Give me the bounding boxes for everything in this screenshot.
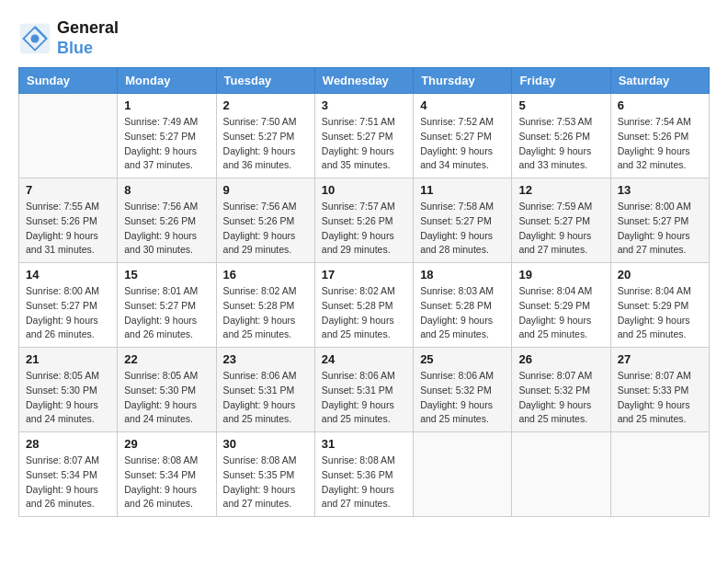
calendar-cell [512, 432, 610, 517]
calendar-cell [414, 432, 512, 517]
day-number: 4 [420, 98, 505, 112]
calendar-cell: 10Sunrise: 7:57 AM Sunset: 5:26 PM Dayli… [314, 178, 413, 263]
logo-icon [18, 22, 51, 55]
day-number: 21 [26, 352, 110, 366]
calendar-cell: 24Sunrise: 8:06 AM Sunset: 5:31 PM Dayli… [314, 348, 413, 432]
day-info: Sunrise: 8:04 AM Sunset: 5:29 PM Dayligh… [618, 284, 702, 342]
day-number: 8 [124, 183, 209, 197]
day-header-thursday: Thursday [414, 68, 512, 94]
calendar-cell: 16Sunrise: 8:02 AM Sunset: 5:28 PM Dayli… [216, 263, 314, 348]
day-header-saturday: Saturday [610, 68, 709, 94]
day-number: 29 [124, 437, 209, 451]
day-info: Sunrise: 8:00 AM Sunset: 5:27 PM Dayligh… [26, 284, 110, 342]
day-number: 16 [223, 268, 308, 282]
day-info: Sunrise: 8:01 AM Sunset: 5:27 PM Dayligh… [124, 284, 209, 342]
calendar-week-row: 28Sunrise: 8:07 AM Sunset: 5:34 PM Dayli… [19, 432, 710, 517]
calendar-cell [19, 94, 118, 178]
day-info: Sunrise: 8:07 AM Sunset: 5:32 PM Dayligh… [518, 369, 603, 427]
calendar-cell: 19Sunrise: 8:04 AM Sunset: 5:29 PM Dayli… [512, 263, 610, 348]
day-number: 7 [26, 183, 110, 197]
day-info: Sunrise: 8:02 AM Sunset: 5:28 PM Dayligh… [322, 284, 406, 342]
calendar-cell: 8Sunrise: 7:56 AM Sunset: 5:26 PM Daylig… [118, 178, 216, 263]
day-info: Sunrise: 8:05 AM Sunset: 5:30 PM Dayligh… [124, 369, 209, 427]
calendar-table: SundayMondayTuesdayWednesdayThursdayFrid… [18, 67, 710, 517]
day-info: Sunrise: 7:53 AM Sunset: 5:26 PM Dayligh… [518, 115, 603, 173]
calendar-cell: 30Sunrise: 8:08 AM Sunset: 5:35 PM Dayli… [216, 432, 314, 517]
day-number: 26 [518, 352, 603, 366]
day-header-tuesday: Tuesday [216, 68, 314, 94]
day-number: 20 [618, 268, 702, 282]
calendar-cell: 12Sunrise: 7:59 AM Sunset: 5:27 PM Dayli… [512, 178, 610, 263]
calendar-cell: 9Sunrise: 7:56 AM Sunset: 5:26 PM Daylig… [216, 178, 314, 263]
calendar-cell: 3Sunrise: 7:51 AM Sunset: 5:27 PM Daylig… [314, 94, 413, 178]
calendar-cell: 28Sunrise: 8:07 AM Sunset: 5:34 PM Dayli… [19, 432, 118, 517]
logo-text: General Blue [57, 18, 119, 58]
day-number: 13 [618, 183, 702, 197]
calendar-cell: 1Sunrise: 7:49 AM Sunset: 5:27 PM Daylig… [118, 94, 216, 178]
page-header: General Blue [18, 18, 710, 58]
day-number: 22 [124, 352, 209, 366]
calendar-cell: 7Sunrise: 7:55 AM Sunset: 5:26 PM Daylig… [19, 178, 118, 263]
calendar-cell: 20Sunrise: 8:04 AM Sunset: 5:29 PM Dayli… [610, 263, 709, 348]
day-header-sunday: Sunday [19, 68, 118, 94]
calendar-cell: 26Sunrise: 8:07 AM Sunset: 5:32 PM Dayli… [512, 348, 610, 432]
day-info: Sunrise: 8:04 AM Sunset: 5:29 PM Dayligh… [518, 284, 603, 342]
day-number: 2 [223, 98, 308, 112]
day-header-friday: Friday [512, 68, 610, 94]
day-info: Sunrise: 7:56 AM Sunset: 5:26 PM Dayligh… [223, 200, 308, 258]
calendar-cell: 18Sunrise: 8:03 AM Sunset: 5:28 PM Dayli… [414, 263, 512, 348]
day-info: Sunrise: 8:08 AM Sunset: 5:36 PM Dayligh… [322, 454, 406, 511]
day-number: 9 [223, 183, 308, 197]
day-number: 17 [322, 268, 406, 282]
day-number: 23 [223, 352, 308, 366]
day-info: Sunrise: 7:58 AM Sunset: 5:27 PM Dayligh… [420, 200, 505, 258]
calendar-cell: 27Sunrise: 8:07 AM Sunset: 5:33 PM Dayli… [610, 348, 709, 432]
day-info: Sunrise: 8:06 AM Sunset: 5:31 PM Dayligh… [223, 369, 308, 427]
calendar-cell: 21Sunrise: 8:05 AM Sunset: 5:30 PM Dayli… [19, 348, 118, 432]
day-info: Sunrise: 7:52 AM Sunset: 5:27 PM Dayligh… [420, 115, 505, 173]
calendar-cell: 23Sunrise: 8:06 AM Sunset: 5:31 PM Dayli… [216, 348, 314, 432]
day-number: 19 [518, 268, 603, 282]
day-number: 25 [420, 352, 505, 366]
calendar-cell [610, 432, 709, 517]
day-number: 12 [518, 183, 603, 197]
day-number: 27 [618, 352, 702, 366]
calendar-cell: 17Sunrise: 8:02 AM Sunset: 5:28 PM Dayli… [314, 263, 413, 348]
day-number: 24 [322, 352, 406, 366]
calendar-cell: 2Sunrise: 7:50 AM Sunset: 5:27 PM Daylig… [216, 94, 314, 178]
calendar-week-row: 14Sunrise: 8:00 AM Sunset: 5:27 PM Dayli… [19, 263, 710, 348]
calendar-cell: 14Sunrise: 8:00 AM Sunset: 5:27 PM Dayli… [19, 263, 118, 348]
day-number: 6 [618, 98, 702, 112]
day-number: 10 [322, 183, 406, 197]
day-number: 1 [124, 98, 209, 112]
calendar-cell: 22Sunrise: 8:05 AM Sunset: 5:30 PM Dayli… [118, 348, 216, 432]
calendar-week-row: 21Sunrise: 8:05 AM Sunset: 5:30 PM Dayli… [19, 348, 710, 432]
calendar-cell: 4Sunrise: 7:52 AM Sunset: 5:27 PM Daylig… [414, 94, 512, 178]
day-info: Sunrise: 7:59 AM Sunset: 5:27 PM Dayligh… [518, 200, 603, 258]
day-info: Sunrise: 8:03 AM Sunset: 5:28 PM Dayligh… [420, 284, 505, 342]
day-header-monday: Monday [118, 68, 216, 94]
calendar-cell: 5Sunrise: 7:53 AM Sunset: 5:26 PM Daylig… [512, 94, 610, 178]
day-number: 5 [518, 98, 603, 112]
day-info: Sunrise: 7:56 AM Sunset: 5:26 PM Dayligh… [124, 200, 209, 258]
day-info: Sunrise: 7:57 AM Sunset: 5:26 PM Dayligh… [322, 200, 406, 258]
day-number: 18 [420, 268, 505, 282]
svg-point-2 [31, 34, 40, 42]
day-header-wednesday: Wednesday [314, 68, 413, 94]
calendar-cell: 31Sunrise: 8:08 AM Sunset: 5:36 PM Dayli… [314, 432, 413, 517]
calendar-week-row: 7Sunrise: 7:55 AM Sunset: 5:26 PM Daylig… [19, 178, 710, 263]
calendar-week-row: 1Sunrise: 7:49 AM Sunset: 5:27 PM Daylig… [19, 94, 710, 178]
day-info: Sunrise: 7:55 AM Sunset: 5:26 PM Dayligh… [26, 200, 110, 258]
day-info: Sunrise: 8:06 AM Sunset: 5:31 PM Dayligh… [322, 369, 406, 427]
day-info: Sunrise: 7:54 AM Sunset: 5:26 PM Dayligh… [618, 115, 702, 173]
day-info: Sunrise: 8:07 AM Sunset: 5:34 PM Dayligh… [26, 454, 110, 511]
calendar-cell: 11Sunrise: 7:58 AM Sunset: 5:27 PM Dayli… [414, 178, 512, 263]
day-number: 30 [223, 437, 308, 451]
day-number: 14 [26, 268, 110, 282]
day-number: 28 [26, 437, 110, 451]
calendar-cell: 13Sunrise: 8:00 AM Sunset: 5:27 PM Dayli… [610, 178, 709, 263]
day-info: Sunrise: 8:02 AM Sunset: 5:28 PM Dayligh… [223, 284, 308, 342]
day-info: Sunrise: 7:51 AM Sunset: 5:27 PM Dayligh… [322, 115, 406, 173]
calendar-cell: 29Sunrise: 8:08 AM Sunset: 5:34 PM Dayli… [118, 432, 216, 517]
day-info: Sunrise: 8:08 AM Sunset: 5:35 PM Dayligh… [223, 454, 308, 511]
